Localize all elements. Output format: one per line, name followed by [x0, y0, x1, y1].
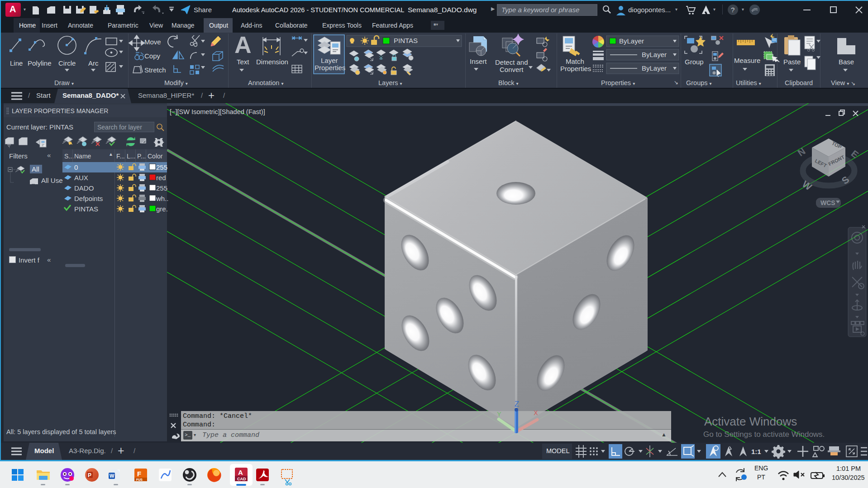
svg-text:CAD: CAD — [237, 477, 246, 481]
svg-text:WCS: WCS — [820, 199, 835, 206]
svg-text:F: F — [137, 470, 141, 478]
svg-text:Z: Z — [515, 400, 519, 408]
svg-text:X: X — [534, 409, 538, 416]
svg-text:PINTAS: PINTAS — [394, 37, 418, 44]
svg-text:Y: Y — [497, 411, 501, 418]
svg-text:A: A — [234, 33, 252, 58]
svg-text:A: A — [238, 469, 243, 476]
svg-text:[−][SW Isometric][Shaded (Fast: [−][SW Isometric][Shaded (Fast)] — [170, 108, 265, 115]
svg-text:1:01 PM: 1:01 PM — [836, 465, 861, 472]
svg-text:ByLayer: ByLayer — [642, 64, 667, 72]
svg-text:W: W — [110, 473, 114, 478]
svg-text:ByLayer: ByLayer — [642, 51, 667, 58]
svg-text:P: P — [88, 472, 91, 478]
svg-text:PT: PT — [757, 474, 765, 481]
svg-text:FUS: FUS — [136, 478, 143, 481]
svg-text:N: N — [796, 146, 807, 158]
svg-text:ENG: ENG — [754, 464, 768, 472]
svg-text:1:1: 1:1 — [751, 448, 761, 455]
svg-text:ByLayer: ByLayer — [619, 37, 644, 45]
svg-text:10/30/2025: 10/30/2025 — [832, 474, 865, 481]
svg-text:E: E — [849, 148, 861, 160]
